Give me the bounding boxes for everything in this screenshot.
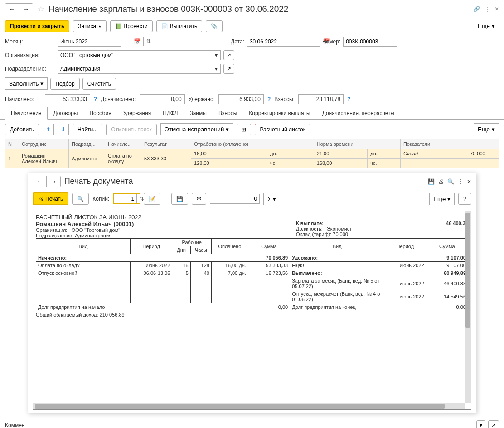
contrib-label: Взносы: [274, 96, 295, 102]
info-icon[interactable]: ? [347, 96, 350, 102]
report-area: РАСЧЕТНЫЙ ЛИСТОК ЗА ИЮНЬ 2022 Ромашкин А… [33, 211, 471, 410]
table-row[interactable]: 1 Ромашкин Алексей Ильич Администр Оплат… [5, 149, 499, 159]
tab-deductions[interactable]: Удержания [117, 107, 157, 119]
save-file-button[interactable]: 💾 [171, 193, 188, 205]
add-button[interactable]: Добавить [5, 124, 39, 135]
grid-settings-button[interactable]: ⊞ [237, 124, 251, 135]
print-button[interactable]: 🖨Печать [33, 192, 68, 205]
tab-ndfl[interactable]: НДФЛ [157, 107, 184, 119]
withheld-label: Удержано: [189, 96, 215, 102]
col-worked[interactable]: Отработано (оплачено) [191, 139, 314, 149]
clear-button[interactable]: Очистить [82, 78, 116, 90]
move-down-button[interactable]: ⬇ [58, 124, 69, 135]
col-result[interactable]: Результат [141, 139, 182, 149]
accrued-value: 53 333,33 [45, 94, 90, 104]
preview-button[interactable]: 🔍 [72, 193, 89, 205]
cancel-fix-button[interactable]: Отмена исправлений▾ [160, 123, 233, 135]
pay-button[interactable]: 📄Выплатить [156, 20, 203, 32]
month-label: Месяц: [5, 38, 55, 45]
preview-icon[interactable]: 🔍 [447, 178, 454, 185]
comment-dropdown-button[interactable]: ▾ [476, 420, 485, 428]
date-label: Дата: [231, 38, 244, 45]
info-icon[interactable]: ? [94, 96, 97, 102]
tab-loans[interactable]: Займы [184, 107, 213, 119]
tab-recalc[interactable]: Доначисления, перерасчеты [316, 107, 400, 119]
col-norm[interactable]: Норма времени [314, 139, 400, 149]
col-employee[interactable]: Сотрудник [19, 139, 69, 149]
modal-back-button[interactable]: ← [33, 176, 47, 187]
chevron-down-icon: ▾ [40, 80, 44, 87]
tab-contributions[interactable]: Взносы [213, 107, 243, 119]
chevron-down-icon[interactable]: ▾ [212, 51, 220, 60]
tab-benefits[interactable]: Пособия [83, 107, 117, 119]
col-indicators[interactable]: Показатели [400, 139, 467, 149]
modal-close-icon[interactable]: ✕ [467, 178, 471, 185]
spinner-icon[interactable]: ⇅ [143, 37, 154, 46]
org-open-button[interactable]: ↗ [223, 50, 234, 60]
print-icon[interactable]: 🖨 [438, 178, 444, 185]
info-icon[interactable]: ? [267, 96, 271, 102]
dept-label: Подразделение: [5, 66, 55, 72]
tab-corrections[interactable]: Корректировки выплаты [243, 107, 316, 119]
month-input[interactable] [58, 37, 131, 46]
printer-icon: 🖨 [38, 196, 44, 202]
payslip-button[interactable]: Расчетный листок [255, 124, 310, 135]
select-button[interactable]: Подбор [50, 78, 79, 90]
link-icon[interactable]: 🔗 [473, 6, 480, 12]
chevron-down-icon: ▾ [226, 126, 229, 133]
additional-value: 0,00 [140, 94, 185, 104]
org-input[interactable] [58, 51, 212, 60]
withheld-value: 6 933,00 [218, 94, 264, 104]
col-dept[interactable]: Подразд... [69, 139, 105, 149]
chevron-down-icon: ▾ [492, 23, 495, 29]
find-button[interactable]: Найти... [73, 124, 102, 135]
report-title: РАСЧЕТНЫЙ ЛИСТОК ЗА ИЮНЬ 2022 [36, 214, 468, 221]
back-button[interactable]: ← [5, 4, 19, 14]
save-icon[interactable]: 💾 [428, 178, 435, 185]
edit-button[interactable]: 📝 [144, 193, 160, 205]
dept-open-button[interactable]: ↗ [223, 64, 234, 74]
comment-label: Коммен [5, 422, 24, 428]
date-input[interactable] [247, 37, 320, 46]
report-employee-name: Ромашкин Алексей Ильич (00001) [36, 221, 134, 227]
col-accrual[interactable]: Начисле... [105, 139, 141, 149]
accrued-label: Начислено: [5, 96, 41, 102]
org-label: Организация: [5, 52, 55, 58]
chevron-down-icon[interactable]: ▾ [212, 64, 220, 73]
close-icon[interactable]: ✕ [494, 6, 499, 12]
kebab-icon[interactable]: ⋮ [485, 6, 490, 12]
cancel-search-button[interactable]: Отменить поиск [106, 124, 156, 135]
attach-button[interactable]: 📎 [206, 20, 223, 32]
dept-input[interactable] [58, 64, 212, 73]
col-n[interactable]: N [5, 139, 19, 149]
modal-forward-button[interactable]: → [47, 176, 60, 187]
report-table: Вид Период Рабочие Оплачено Сумма Вид Пе… [36, 238, 468, 311]
calendar-icon[interactable]: 📅 [131, 37, 143, 46]
sigma-button[interactable]: Σ ▾ [263, 193, 280, 205]
fill-button[interactable]: Заполнить▾ [5, 77, 48, 90]
chevron-down-icon: ▾ [492, 126, 495, 133]
sum-input[interactable] [210, 194, 260, 204]
email-button[interactable]: ✉ [192, 193, 206, 205]
move-up-button[interactable]: ⬆ [43, 124, 54, 135]
forward-button[interactable]: → [19, 4, 32, 14]
scrollbar-horizontal[interactable] [33, 403, 465, 409]
more-button[interactable]: Еще▾ [474, 20, 499, 32]
col-ind-val[interactable] [467, 139, 499, 149]
number-input[interactable] [343, 37, 397, 47]
save-button[interactable]: Записать [73, 20, 106, 32]
star-icon[interactable]: ☆ [36, 5, 46, 13]
scrollbar-vertical[interactable] [465, 211, 471, 403]
tab-more-button[interactable]: Еще▾ [474, 123, 499, 135]
post-close-button[interactable]: Провести и закрыть [5, 20, 69, 32]
help-button[interactable]: ? [458, 193, 471, 205]
post-button[interactable]: 📗Провести [110, 20, 153, 32]
tab-accruals[interactable]: Начисления [5, 107, 48, 120]
modal-more-button[interactable]: Еще▾ [429, 193, 455, 205]
copies-input[interactable] [114, 194, 136, 203]
col-x[interactable] [182, 139, 191, 149]
kebab-icon[interactable]: ⋮ [458, 178, 463, 185]
comment-open-button[interactable]: ↗ [488, 420, 499, 428]
modal-title: Печать документа [64, 177, 424, 186]
tab-contracts[interactable]: Договоры [48, 107, 84, 119]
